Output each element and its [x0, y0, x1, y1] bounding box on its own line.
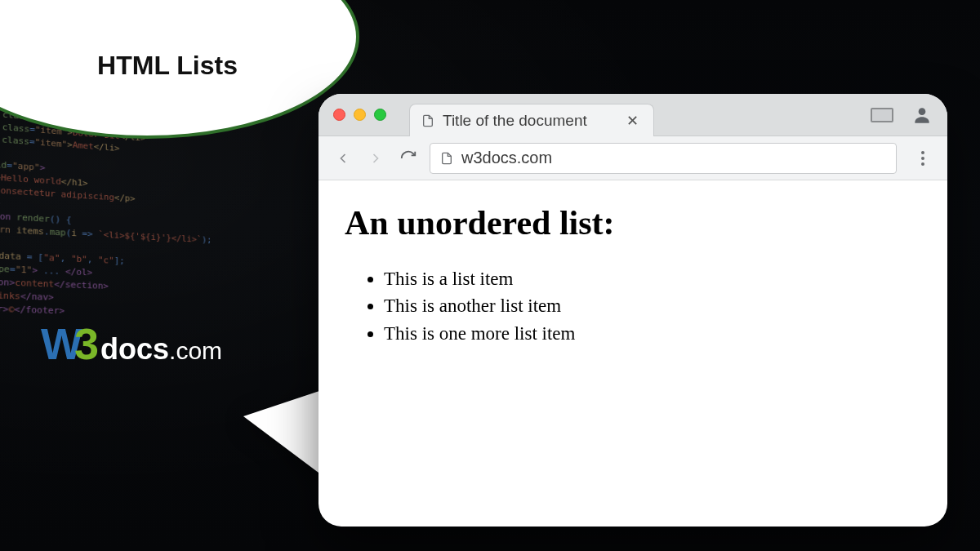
tab-close-icon[interactable]: ✕: [623, 112, 642, 130]
forward-button[interactable]: [364, 147, 387, 170]
page-icon: [440, 152, 453, 165]
window-close-button[interactable]: [333, 109, 345, 121]
file-icon: [421, 114, 434, 127]
list-item: This is a list item: [384, 265, 921, 292]
browser-menu-button[interactable]: [911, 147, 934, 170]
tab-title: Title of the document: [443, 112, 587, 130]
browser-toolbar: w3docs.com: [318, 136, 947, 180]
address-bar-url: w3docs.com: [461, 149, 552, 167]
list-item: This is one more list item: [384, 320, 921, 347]
window-restore-icon[interactable]: [871, 108, 893, 122]
back-button[interactable]: [332, 147, 354, 170]
svg-point-0: [919, 108, 926, 115]
kebab-menu-icon: [921, 151, 924, 166]
window-zoom-button[interactable]: [374, 109, 386, 121]
topic-title: HTML Lists: [97, 51, 238, 81]
browser-tab[interactable]: Title of the document ✕: [409, 104, 654, 136]
logo-docs: docs: [100, 332, 169, 367]
list-item: This is another list item: [384, 292, 921, 319]
reload-button[interactable]: [397, 147, 420, 170]
unordered-list: This is a list item This is another list…: [345, 265, 921, 347]
window-minimize-button[interactable]: [354, 109, 366, 121]
address-bar[interactable]: w3docs.com: [430, 143, 897, 174]
logo-dotcom: .com: [169, 337, 222, 365]
window-traffic-lights: [333, 109, 386, 121]
page-content: An unordered list: This is a list item T…: [318, 180, 947, 527]
browser-window: Title of the document ✕ w3docs.com: [318, 94, 947, 527]
logo-3: 3: [74, 318, 99, 369]
logo-w: W: [41, 318, 79, 369]
page-heading: An unordered list:: [345, 203, 921, 242]
window-titlebar: Title of the document ✕: [318, 94, 947, 136]
w3docs-logo: W 3 docs .com: [41, 318, 222, 369]
profile-avatar-icon[interactable]: [911, 104, 933, 126]
